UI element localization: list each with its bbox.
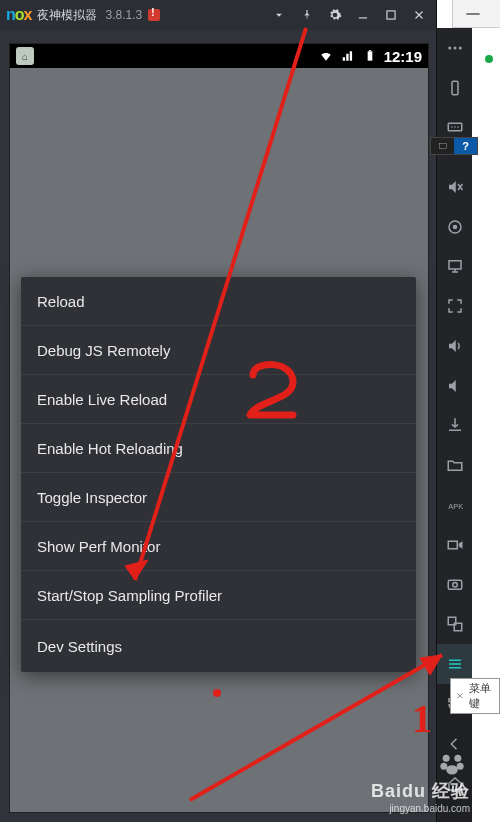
svg-rect-16 bbox=[448, 541, 457, 549]
overlay-badge-dots-icon bbox=[431, 138, 454, 154]
svg-point-4 bbox=[448, 46, 451, 49]
svg-text:APK: APK bbox=[448, 502, 463, 511]
dev-menu-dev-settings[interactable]: Dev Settings bbox=[21, 620, 416, 672]
svg-point-9 bbox=[451, 127, 453, 129]
titlebar-dropdown-icon[interactable] bbox=[268, 4, 290, 26]
dev-menu-debug-js[interactable]: Debug JS Remotely bbox=[21, 326, 416, 375]
nox-logo: nox bbox=[6, 6, 31, 24]
dev-menu-reload[interactable]: Reload bbox=[21, 277, 416, 326]
titlebar-minimize-icon[interactable] bbox=[352, 4, 374, 26]
react-native-dev-menu: Reload Debug JS Remotely Enable Live Rel… bbox=[21, 277, 416, 672]
nox-version: 3.8.1.3 bbox=[105, 8, 142, 22]
status-clock: 12:19 bbox=[384, 48, 422, 65]
my-computer-icon[interactable] bbox=[437, 247, 472, 287]
android-device-screen: ⌂ 12:19 Reload Debug JS Remotely Enable … bbox=[9, 43, 429, 813]
screenshot-icon[interactable] bbox=[437, 564, 472, 604]
dev-menu-inspector[interactable]: Toggle Inspector bbox=[21, 473, 416, 522]
mute-icon[interactable] bbox=[437, 167, 472, 207]
svg-point-11 bbox=[457, 127, 459, 129]
annotation-dot bbox=[213, 689, 221, 697]
svg-point-10 bbox=[454, 127, 456, 129]
svg-rect-3 bbox=[368, 50, 370, 51]
dev-menu-hot-reload[interactable]: Enable Hot Reloading bbox=[21, 424, 416, 473]
svg-rect-2 bbox=[367, 51, 372, 60]
svg-rect-1 bbox=[387, 11, 395, 19]
svg-point-5 bbox=[453, 46, 456, 49]
browser-tab-strip bbox=[452, 0, 500, 28]
more-icon[interactable] bbox=[437, 28, 472, 68]
watermark-line2: jingyan.baidu.com bbox=[371, 803, 470, 814]
baidu-watermark: Baidu 经验 jingyan.baidu.com bbox=[371, 779, 470, 814]
svg-rect-21 bbox=[439, 144, 447, 149]
app-surface[interactable]: Reload Debug JS Remotely Enable Live Rel… bbox=[10, 68, 428, 812]
update-alert-icon[interactable] bbox=[148, 9, 160, 21]
fullscreen-icon[interactable] bbox=[437, 286, 472, 326]
overlay-badge-help-icon[interactable]: ? bbox=[454, 138, 477, 154]
wifi-icon bbox=[318, 49, 334, 63]
dev-menu-perf-monitor[interactable]: Show Perf Monitor bbox=[21, 522, 416, 571]
titlebar-maximize-icon[interactable] bbox=[380, 4, 402, 26]
svg-point-29 bbox=[457, 763, 464, 770]
volume-up-icon[interactable] bbox=[437, 326, 472, 366]
svg-point-26 bbox=[443, 755, 450, 762]
annotation-number-1: 1 bbox=[412, 695, 432, 742]
svg-point-6 bbox=[458, 46, 461, 49]
titlebar-gear-icon[interactable] bbox=[324, 4, 346, 26]
dev-menu-live-reload[interactable]: Enable Live Reload bbox=[21, 375, 416, 424]
annotation-number-2 bbox=[238, 360, 308, 430]
nox-title-text: 夜神模拟器 bbox=[37, 7, 97, 24]
titlebar-pin-icon[interactable] bbox=[296, 4, 318, 26]
nox-titlebar: nox 夜神模拟器 3.8.1.3 bbox=[0, 0, 436, 30]
svg-point-30 bbox=[446, 765, 458, 774]
svg-point-18 bbox=[452, 583, 457, 588]
battery-icon bbox=[362, 49, 378, 63]
menu-key-tooltip-text: 菜单键 bbox=[469, 681, 495, 711]
titlebar-close-icon[interactable] bbox=[408, 4, 430, 26]
watermark-line1: Baidu 经验 bbox=[371, 779, 470, 803]
app-icon: ⌂ bbox=[16, 47, 34, 65]
svg-rect-0 bbox=[359, 17, 367, 18]
overlay-badge: ? bbox=[430, 137, 478, 155]
tooltip-close-icon[interactable] bbox=[455, 690, 465, 702]
svg-rect-14 bbox=[449, 261, 461, 269]
svg-point-12 bbox=[452, 224, 457, 229]
cell-signal-icon bbox=[340, 49, 356, 63]
nox-side-toolbar: APK bbox=[437, 28, 472, 644]
install-apk-icon[interactable] bbox=[437, 405, 472, 445]
volume-down-icon[interactable] bbox=[437, 366, 472, 406]
svg-rect-17 bbox=[448, 581, 462, 590]
shake-icon[interactable] bbox=[437, 68, 472, 108]
dev-menu-sampling[interactable]: Start/Stop Sampling Profiler bbox=[21, 571, 416, 620]
ssl-lock-indicator bbox=[485, 55, 493, 63]
svg-point-27 bbox=[454, 755, 461, 762]
location-icon[interactable] bbox=[437, 207, 472, 247]
baidu-paw-icon bbox=[438, 750, 466, 782]
shared-folder-icon[interactable] bbox=[437, 445, 472, 485]
nox-window: nox 夜神模拟器 3.8.1.3 ⌂ 12:19 bbox=[0, 0, 437, 822]
svg-point-28 bbox=[440, 763, 447, 770]
svg-rect-7 bbox=[452, 81, 458, 95]
android-status-bar: ⌂ 12:19 bbox=[10, 44, 428, 68]
multi-instance-icon[interactable] bbox=[437, 604, 472, 644]
new-tab-button[interactable] bbox=[463, 4, 483, 24]
menu-key-tooltip: 菜单键 bbox=[450, 678, 500, 714]
add-apk-icon[interactable]: APK bbox=[437, 485, 472, 525]
record-video-icon[interactable] bbox=[437, 525, 472, 565]
